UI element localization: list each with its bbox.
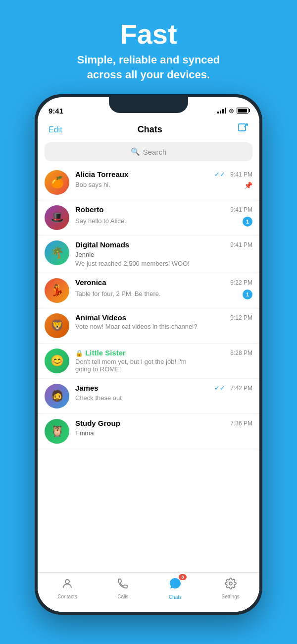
avatar: 🦁 [45, 313, 69, 338]
chat-content: 🔒 Little Sister 8:28 PM Don't tell mom y… [75, 349, 252, 373]
svg-rect-0 [239, 124, 246, 131]
signal-icon [217, 108, 226, 114]
search-icon: 🔍 [131, 147, 140, 156]
tab-chats[interactable]: 8 Chats [169, 577, 182, 600]
list-item[interactable]: 🦉 Study Group 7:36 PM Emma [38, 414, 259, 449]
pin-icon: 📌 [244, 181, 252, 189]
tab-settings[interactable]: Settings [222, 578, 240, 599]
search-bar[interactable]: 🔍 Search [45, 142, 252, 161]
wifi-icon: ⊜ [229, 107, 234, 115]
chat-time: 9:22 PM [230, 279, 252, 286]
chat-name: Animal Videos [75, 313, 126, 322]
list-item[interactable]: 🎩 Roberto 9:41 PM Say hello to Alice. 1 [38, 200, 259, 235]
nav-bar: Edit Chats [38, 119, 259, 142]
chat-content: James ✓✓ 7:42 PM Check these out [75, 384, 252, 402]
main-subtitle: Simple, reliable and syncedacross all yo… [0, 53, 297, 83]
avatar: 🎩 [45, 205, 69, 230]
chat-preview: Check these out [75, 394, 122, 402]
tab-calls[interactable]: Calls [117, 578, 129, 599]
calls-icon [117, 578, 129, 592]
tab-contacts-label: Contacts [57, 594, 77, 599]
chat-name: Digital Nomads [75, 240, 129, 249]
chat-preview: Bob says hi. [75, 181, 110, 188]
chat-content: Animal Videos 9:12 PM Vote now! Moar cat… [75, 313, 252, 330]
settings-icon [225, 578, 237, 592]
nav-title: Chats [138, 124, 162, 135]
chat-name: Veronica [75, 278, 106, 287]
sender-name: Emma [75, 429, 94, 437]
sender-name: Jennie [75, 251, 94, 258]
chat-preview: Don't tell mom yet, but I got the job! I… [75, 358, 204, 373]
compose-button[interactable] [238, 123, 248, 136]
avatar: 😊 [45, 349, 69, 373]
svg-point-2 [229, 582, 232, 585]
chat-preview: We just reached 2,500 members! WOO! [75, 260, 190, 267]
search-placeholder: Search [143, 148, 167, 156]
lock-icon: 🔒 [75, 350, 83, 357]
chat-preview: Vote now! Moar cat videos in this channe… [75, 323, 204, 330]
chat-content: Alicia Torreaux ✓✓ 9:41 PM Bob says hi. … [75, 170, 252, 189]
list-item[interactable]: 🌴 Digital Nomads 9:41 PM Jennie We just … [38, 235, 259, 273]
chats-badge: 8 [179, 574, 187, 580]
chat-content: Digital Nomads 9:41 PM Jennie We just re… [75, 240, 252, 268]
chat-list: 🍊 Alicia Torreaux ✓✓ 9:41 PM Bob says hi… [38, 165, 259, 449]
status-icons: ⊜ [217, 107, 248, 115]
read-receipt-icon: ✓✓ [214, 384, 225, 392]
chat-time: 9:41 PM [230, 206, 252, 213]
chat-name: 🔒 Little Sister [75, 349, 126, 357]
edit-button[interactable]: Edit [49, 125, 62, 134]
chat-name: Alicia Torreaux [75, 170, 128, 178]
list-item[interactable]: 🦁 Animal Videos 9:12 PM Vote now! Moar c… [38, 308, 259, 344]
status-time: 9:41 [49, 107, 63, 115]
chat-time: 9:12 PM [230, 314, 252, 321]
chat-preview: Say hello to Alice. [75, 217, 126, 225]
battery-icon [237, 108, 248, 114]
chat-time: 7:36 PM [230, 420, 252, 427]
list-item[interactable]: 💃 Veronica 9:22 PM Table for four, 2 PM.… [38, 273, 259, 308]
tab-bar: Contacts Calls 8 Chats [38, 572, 259, 612]
phone-screen: 9:41 ⊜ Edit Chats [38, 97, 259, 612]
chat-time: 9:41 PM [230, 241, 252, 248]
avatar: 🍊 [45, 170, 69, 195]
tab-contacts[interactable]: Contacts [57, 578, 77, 599]
main-title: Fast [0, 19, 297, 50]
chat-content: Roberto 9:41 PM Say hello to Alice. 1 [75, 205, 252, 227]
unread-badge: 1 [243, 290, 252, 299]
chat-time: 9:41 PM [230, 171, 252, 178]
list-item[interactable]: 🧔 James ✓✓ 7:42 PM Check these out [38, 379, 259, 414]
chat-content: Veronica 9:22 PM Table for four, 2 PM. B… [75, 278, 252, 299]
phone-notch [109, 97, 188, 113]
unread-badge: 1 [243, 217, 252, 227]
chat-name: Roberto [75, 205, 104, 214]
avatar: 🧔 [45, 384, 69, 409]
list-item[interactable]: 🍊 Alicia Torreaux ✓✓ 9:41 PM Bob says hi… [38, 165, 259, 200]
read-receipt-icon: ✓✓ [214, 171, 225, 178]
chat-name: Study Group [75, 419, 120, 427]
chat-content: Study Group 7:36 PM Emma [75, 419, 252, 437]
chat-preview: Table for four, 2 PM. Be there. [75, 290, 161, 297]
avatar: 🦉 [45, 419, 69, 444]
contacts-icon [61, 578, 73, 592]
chat-time: 7:42 PM [230, 385, 252, 392]
svg-point-1 [65, 580, 69, 584]
tab-settings-label: Settings [222, 594, 240, 599]
phone-frame: 9:41 ⊜ Edit Chats [35, 94, 262, 615]
tab-chats-label: Chats [169, 594, 182, 600]
chats-icon: 8 [169, 577, 182, 593]
avatar: 🌴 [45, 240, 69, 265]
chat-name: James [75, 384, 99, 392]
avatar: 💃 [45, 278, 69, 303]
list-item[interactable]: 😊 🔒 Little Sister 8:28 PM Don't tell mom… [38, 344, 259, 379]
chat-time: 8:28 PM [230, 350, 252, 356]
tab-calls-label: Calls [117, 594, 128, 599]
